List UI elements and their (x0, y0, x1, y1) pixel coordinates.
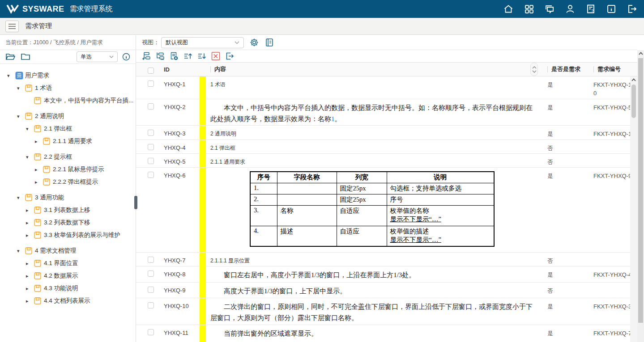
caret-down-icon[interactable]: ▾ (17, 85, 25, 91)
row-checkbox[interactable] (148, 144, 154, 150)
row-checkbox[interactable] (148, 130, 154, 136)
add-child-icon[interactable] (156, 52, 165, 60)
row-checkbox[interactable] (148, 302, 154, 308)
tree-item[interactable]: 本文中，中括号中内容为平台插... (0, 94, 136, 107)
caret-down-icon[interactable]: ▾ (17, 248, 25, 254)
tree-item[interactable]: ▸ 4.2 数据展示 (0, 270, 136, 282)
tree-item[interactable]: ▸ 2.2.2 弹出框提示 (0, 176, 136, 188)
row-checkbox[interactable] (148, 158, 154, 164)
menu-button[interactable] (5, 21, 19, 32)
grid-row[interactable]: YHXQ-7 2.1.1.1 显示位置 否 (136, 253, 637, 266)
move-down-icon[interactable] (197, 52, 206, 60)
move-up-icon[interactable] (183, 52, 192, 60)
view-select[interactable]: 默认视图 (161, 37, 244, 48)
grid-row[interactable]: YHXQ-10 二次弹出的窗口，原则相同，同时，不可完全盖住下层窗口，界面上沿低… (136, 298, 637, 325)
caret-down-icon[interactable]: ▾ (26, 154, 34, 160)
grid-row[interactable]: YHXQ-8 窗口左右居中，高度小于界面1/3的窗口，上沿在界面上方1/3处。 … (136, 266, 637, 283)
select-all-checkbox[interactable] (148, 68, 154, 74)
gear-icon[interactable] (249, 38, 259, 47)
panel-splitter-handle[interactable] (134, 196, 137, 209)
status-color-bar (200, 76, 206, 99)
tree-item-label: 4.2 数据展示 (44, 272, 78, 280)
tree-item[interactable]: ▾ 2.2 提示框 (0, 151, 136, 163)
column-header-reqno[interactable]: 需求编号 (590, 65, 637, 74)
logout-icon[interactable] (626, 3, 638, 15)
home-icon[interactable] (503, 3, 514, 15)
caret-right-icon[interactable]: ▸ (26, 261, 34, 266)
row-checkbox[interactable] (148, 270, 154, 277)
messages-icon[interactable] (544, 3, 555, 15)
tree-item[interactable]: ▸ 3.3 枚举值列表的展示与维护 (0, 229, 136, 241)
caret-right-icon[interactable]: ▸ (35, 179, 43, 185)
tree-item[interactable]: ▸ 3.1 列表数据上移 (0, 204, 136, 216)
scroll-up-icon[interactable] (532, 66, 537, 69)
grid-scrollbar[interactable] (630, 76, 637, 342)
caret-right-icon[interactable]: ▸ (26, 286, 34, 291)
column-header-content[interactable]: 内容 (206, 63, 543, 76)
caret-down-icon[interactable]: ▾ (17, 114, 25, 119)
row-checkbox[interactable] (148, 80, 154, 87)
add-peer-icon[interactable] (142, 52, 151, 60)
view-config-icon[interactable] (264, 38, 274, 47)
grid-row[interactable]: YHXQ-4 2.1 弹出框 否 (136, 140, 637, 154)
caret-down-icon[interactable]: ▾ (26, 126, 34, 132)
caret-right-icon[interactable]: ▸ (26, 207, 34, 213)
grid-row[interactable]: YHXQ-9 高度大于界面1/3的窗口，上下居中显示。 否 (136, 283, 637, 298)
caret-right-icon[interactable]: ▸ (26, 298, 34, 304)
tree-item[interactable]: ▸ 4.3 功能说明 (0, 282, 136, 295)
scrollbar-up-icon[interactable] (631, 76, 636, 84)
row-checkbox[interactable] (148, 172, 154, 178)
tree-item[interactable]: ▸ 2.2.1 鼠标悬停提示 (0, 163, 136, 176)
caret-right-icon[interactable]: ▸ (26, 232, 34, 238)
selection-mode-select[interactable]: 单选 (77, 51, 118, 62)
user-icon[interactable] (564, 3, 576, 15)
tree-item[interactable]: ▸ 4.1 界面位置 (0, 257, 136, 270)
grid-body: YHXQ-1 1 术语 是 FKXT-YHXQ-10 YHXQ-2 本文中，中括… (136, 76, 637, 342)
column-header-id[interactable]: ID (164, 66, 200, 73)
grid-row[interactable]: YHXQ-2 本文中，中括号中内容为平台插入的数据，数据显示时无中括号。如：名称… (136, 99, 637, 126)
grid-scrollbar-thumb[interactable] (631, 84, 636, 118)
grid-row[interactable]: YHXQ-1 1 术语 是 FKXT-YHXQ-10 (136, 76, 637, 99)
tree-item-root[interactable]: ▾ 用户需求 (0, 69, 136, 82)
grid-row[interactable]: YHXQ-11 当前弹出窗外的区域遮罩显示。 是 FKXT-YHXQ-7 (136, 325, 637, 342)
requirement-node-icon (34, 232, 44, 239)
tree-item[interactable]: ▸ 4.4 文档列表展示 (0, 295, 136, 307)
requirement-node-icon (34, 125, 44, 132)
caret-right-icon[interactable]: ▸ (35, 167, 43, 173)
tree-item[interactable]: ▾ 2.1 弹出框 (0, 122, 136, 135)
tree-item[interactable]: ▸ 2.1.1 通用要求 (0, 135, 136, 148)
page-scrollbar[interactable] (637, 50, 644, 342)
help-doc-icon[interactable]: ? (585, 3, 597, 15)
add-document-icon[interactable] (170, 52, 179, 60)
row-id: YHXQ-9 (164, 283, 200, 298)
tree-item[interactable]: ▾ 4 需求文档管理 (0, 245, 136, 257)
folder-open-icon[interactable] (5, 52, 15, 61)
tree-item[interactable]: ▸ 3.2 列表数据下移 (0, 216, 136, 229)
tree-item[interactable]: ▾ 3 通用功能 (0, 191, 136, 204)
row-checkbox[interactable] (148, 103, 154, 110)
page-scroll-up-icon[interactable] (639, 50, 643, 57)
export-icon[interactable] (225, 52, 234, 60)
row-checkbox[interactable] (148, 257, 154, 263)
tree-item[interactable]: ▾ 2 通用说明 (0, 110, 136, 122)
grid-row[interactable]: YHXQ-3 2 通用说明 是 FKXT-YHXQ-1 (136, 126, 637, 140)
caret-right-icon[interactable]: ▸ (26, 220, 34, 226)
folder-closed-icon[interactable] (21, 52, 30, 61)
caret-down-icon[interactable]: ▾ (7, 73, 15, 79)
caret-right-icon[interactable]: ▸ (26, 273, 34, 279)
tree-item[interactable]: ▾ 1 术语 (0, 82, 136, 94)
caret-down-icon[interactable]: ▾ (17, 195, 25, 201)
status-color-bar (200, 298, 206, 325)
info-circle-icon[interactable] (122, 53, 130, 61)
scroll-down-icon[interactable] (532, 70, 537, 73)
grid-row[interactable]: YHXQ-6 序号 字段名称 列宽 说明 (136, 168, 637, 253)
caret-right-icon[interactable]: ▸ (35, 139, 43, 144)
grid-row[interactable]: YHXQ-5 2.1.1 通用要求 否 (136, 154, 637, 168)
row-checkbox[interactable] (148, 287, 154, 293)
page-scrollbar-thumb[interactable] (638, 58, 643, 323)
column-header-isreq[interactable]: 是否是需求 (543, 65, 590, 73)
row-checkbox[interactable] (148, 329, 154, 335)
apps-grid-icon[interactable] (523, 3, 535, 15)
delete-icon[interactable] (211, 52, 220, 60)
info-icon[interactable] (606, 3, 617, 15)
